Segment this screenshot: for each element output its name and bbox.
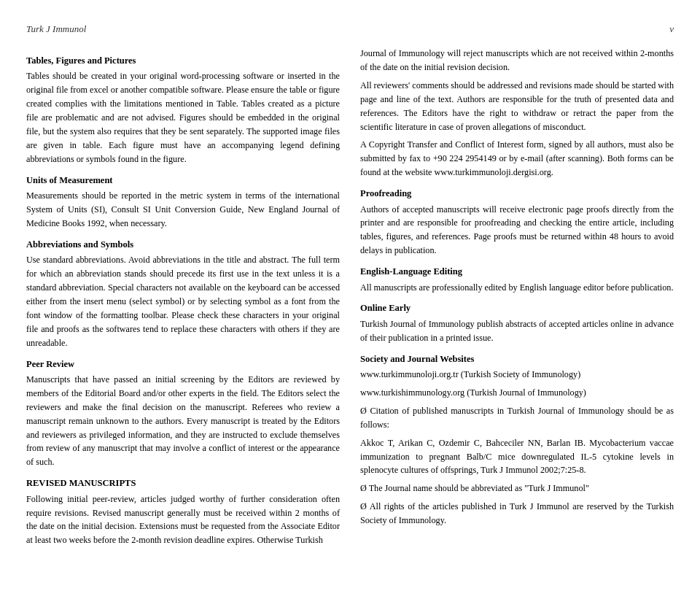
left-column: Tables, Figures and Pictures Tables shou…	[26, 47, 340, 552]
page-header: Turk J Immunol v	[26, 23, 674, 35]
section-title-revised: REVISED MANUSCRIPTS	[26, 476, 340, 490]
copyright-para: A Copyright Transfer and Conflict of Int…	[360, 138, 674, 179]
section-title-english: English-Language Editing	[360, 265, 674, 279]
content-columns: Tables, Figures and Pictures Tables shou…	[26, 47, 674, 552]
english-para-1: All manuscripts are professionally edite…	[360, 281, 674, 295]
online-early-para-1: Turkish Journal of Immunology publish ab…	[360, 317, 674, 345]
citation-intro: Ø Citation of published manuscripts in T…	[360, 404, 674, 432]
section-title-peer-review: Peer Review	[26, 358, 340, 371]
right-intro-para-2: All reviewers' comments should be addres…	[360, 79, 674, 134]
right-intro-para-1: Journal of Immunology will reject manusc…	[360, 47, 674, 74]
section-title-online-early: Online Early	[360, 301, 674, 315]
journal-abbreviation: Ø The Journal name should be abbreviated…	[360, 482, 674, 495]
section-title-units: Units of Measurement	[26, 174, 340, 188]
proofreading-para-1: Authors of accepted manuscripts will rec…	[360, 203, 674, 258]
citation-example: Akkoc T, Arikan C, Ozdemir C, Bahceciler…	[360, 436, 674, 478]
section-title-proofreading: Proofreading	[360, 187, 674, 201]
website-1: www.turkimmunoloji.org.tr (Turkish Socie…	[360, 368, 674, 382]
right-column: Journal of Immunology will reject manusc…	[360, 47, 674, 552]
abbreviations-para-1: Use standard abbreviations. Avoid abbrev…	[26, 253, 340, 349]
journal-name: Turk J Immunol	[26, 23, 86, 35]
section-title-abbreviations: Abbreviations and Symbols	[26, 238, 340, 252]
section-title-society: Society and Journal Websites	[360, 352, 674, 366]
peer-review-para-1: Manuscripts that have passed an initial …	[26, 373, 340, 469]
section-title-tables: Tables, Figures and Pictures	[26, 54, 340, 68]
website-2: www.turkishimmunology.org (Turkish Journ…	[360, 386, 674, 400]
page: Turk J Immunol v Tables, Figures and Pic…	[0, 0, 700, 575]
page-number: v	[669, 23, 674, 35]
rights-reserved: Ø All rights of the articles published i…	[360, 500, 674, 528]
revised-para-1: Following initial peer-review, articles …	[26, 492, 340, 548]
tables-para-1: Tables should be created in your origina…	[26, 69, 340, 166]
units-para-1: Measurements should be reported in the m…	[26, 189, 340, 231]
